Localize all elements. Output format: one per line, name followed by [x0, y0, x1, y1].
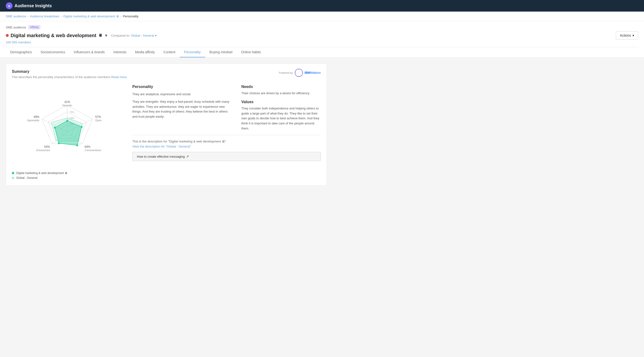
legend-primary: Digital marketing & web development 🖥	[12, 172, 123, 175]
breadcrumb-segment[interactable]: Digital marketing & web development 🖥	[64, 14, 119, 18]
svg-point-19	[66, 120, 68, 122]
external-link-icon: ↗	[186, 154, 189, 158]
svg-text:41%: 41%	[64, 100, 70, 104]
segment-title-group: Digital marketing & web development 🖥 ▾ …	[6, 33, 157, 38]
tab-demographics[interactable]: Demographics	[6, 47, 36, 57]
svg-point-23	[54, 126, 56, 128]
segment-row: Digital marketing & web development 🖥 ▾ …	[6, 31, 638, 40]
footer-description: This is the description for "Digital mar…	[132, 139, 321, 149]
actions-button[interactable]: Actions ▾	[616, 31, 638, 40]
watson-icon-group	[294, 68, 303, 77]
logo-icon: a	[6, 2, 12, 9]
personality-needs-row: Personality They are analytical, express…	[132, 84, 321, 131]
personality-line2: They are energetic: they enjoy a fast-pa…	[132, 99, 232, 119]
compare-value-button[interactable]: Global - General	[131, 34, 154, 37]
personality-title: Personality	[132, 84, 232, 89]
main-content: Powered by IBMWatson Summary This descri…	[0, 58, 332, 192]
tab-navigation: Demographics Socioeconomics Influencers …	[6, 47, 638, 57]
audience-label: SME audience Affinity	[6, 25, 638, 30]
radar-container: 25% 50% 75%	[12, 84, 123, 166]
footer-text: This is the description for "Digital mar…	[132, 139, 321, 144]
legend-primary-label: Digital marketing & web development 🖥	[16, 172, 68, 175]
compare-chevron-icon: ▾	[155, 34, 157, 37]
tab-influencers[interactable]: Influencers & brands	[70, 47, 109, 57]
svg-text:Extraverted: Extraverted	[36, 149, 50, 152]
legend-primary-dot	[12, 172, 14, 174]
watson-text-group: IBMWatson	[305, 71, 321, 75]
breadcrumb-sep-1: ›	[28, 14, 29, 18]
app-logo: a Audiense Insights	[6, 2, 52, 9]
ibm-text: IBMWatson	[305, 71, 321, 75]
footer-link[interactable]: View the description for "Global - Gener…	[132, 145, 192, 148]
breadcrumb-audience[interactable]: Audience breakdown	[30, 14, 59, 18]
svg-text:Agreeable: Agreeable	[27, 119, 39, 122]
audience-name: SME audience	[6, 26, 26, 29]
segment-dot	[6, 34, 9, 37]
breadcrumb-sme[interactable]: SME audience	[6, 14, 26, 18]
svg-point-22	[58, 142, 60, 144]
chart-legend: Digital marketing & web development 🖥 Gl…	[12, 172, 123, 180]
tab-personality[interactable]: Personality	[180, 47, 205, 57]
info-panel: Personality They are analytical, express…	[132, 84, 321, 180]
personality-column: Personality They are analytical, express…	[132, 84, 232, 131]
needs-text: Their choices are driven by a desire for…	[241, 91, 321, 96]
summary-title: Summary	[12, 70, 321, 74]
svg-text:75%: 75%	[70, 111, 74, 114]
tab-interests[interactable]: Interests	[109, 47, 131, 57]
svg-text:Open: Open	[95, 119, 102, 122]
summary-description: This describes the personality character…	[12, 75, 321, 79]
svg-point-20	[81, 126, 83, 128]
breadcrumb: SME audience › Audience breakdown › Digi…	[0, 12, 644, 21]
ibm-watson-logo: Powered by IBMWatson	[279, 68, 321, 77]
powered-by-text: Powered by	[279, 71, 293, 74]
tab-online-habits[interactable]: Online habits	[237, 47, 265, 57]
members-count: 100 055 members	[6, 40, 638, 44]
svg-point-0	[295, 69, 303, 77]
top-navigation: a Audiense Insights	[0, 0, 644, 12]
svg-text:49%: 49%	[34, 115, 39, 118]
needs-values-column: Needs Their choices are driven by a desi…	[241, 84, 321, 131]
messaging-button[interactable]: How to create effective messaging ↗	[132, 152, 321, 161]
svg-text:57%: 57%	[95, 115, 101, 118]
radar-section: 25% 50% 75%	[12, 84, 123, 180]
values-text: They consider both independence and help…	[241, 106, 321, 131]
tab-buying-mindset[interactable]: Buying mindset	[205, 47, 237, 57]
actions-chevron-icon: ▾	[632, 34, 634, 37]
svg-text:Neurotic: Neurotic	[62, 104, 72, 107]
radar-chart: 25% 50% 75%	[19, 84, 116, 166]
needs-title: Needs	[241, 84, 321, 89]
page-header: SME audience Affinity Digital marketing …	[0, 21, 644, 58]
tab-content[interactable]: Content	[159, 47, 180, 57]
legend-secondary: Global - General	[12, 176, 123, 180]
svg-text:Conscientious: Conscientious	[84, 149, 102, 152]
app-title: Audiense Insights	[14, 3, 52, 8]
breadcrumb-sep-2: ›	[61, 14, 62, 18]
content-grid: 25% 50% 75%	[12, 84, 321, 180]
segment-title: Digital marketing & web development 🖥	[10, 33, 102, 38]
section-divider	[132, 135, 321, 135]
breadcrumb-sep-3: ›	[120, 14, 122, 18]
tab-media-affinity[interactable]: Media affinity	[131, 47, 159, 57]
svg-text:54%: 54%	[44, 145, 50, 148]
affinity-badge: Affinity	[28, 25, 41, 30]
segment-dropdown-button[interactable]: ▾	[104, 33, 108, 38]
legend-secondary-label: Global - General	[16, 176, 37, 180]
compared-to-label: Compared to:	[111, 34, 130, 37]
tab-socioeconomics[interactable]: Socioeconomics	[36, 47, 70, 57]
segment-emoji-icon: 🖥	[98, 33, 102, 38]
personality-line1: They are analytical, expressive and soci…	[132, 92, 232, 97]
segment-title-inner: Digital marketing & web development 🖥 ▾	[6, 33, 108, 38]
legend-secondary-dot	[12, 177, 14, 179]
values-title: Values	[241, 100, 321, 104]
compare-section: Compared to: Global - General ▾	[111, 34, 157, 37]
breadcrumb-current: Personality	[123, 14, 138, 18]
svg-point-21	[76, 144, 78, 146]
watson-circle-icon	[294, 68, 303, 77]
svg-text:64%: 64%	[84, 145, 90, 148]
summary-card: Powered by IBMWatson Summary This descri…	[6, 64, 327, 186]
read-more-link[interactable]: Read more	[111, 75, 127, 79]
